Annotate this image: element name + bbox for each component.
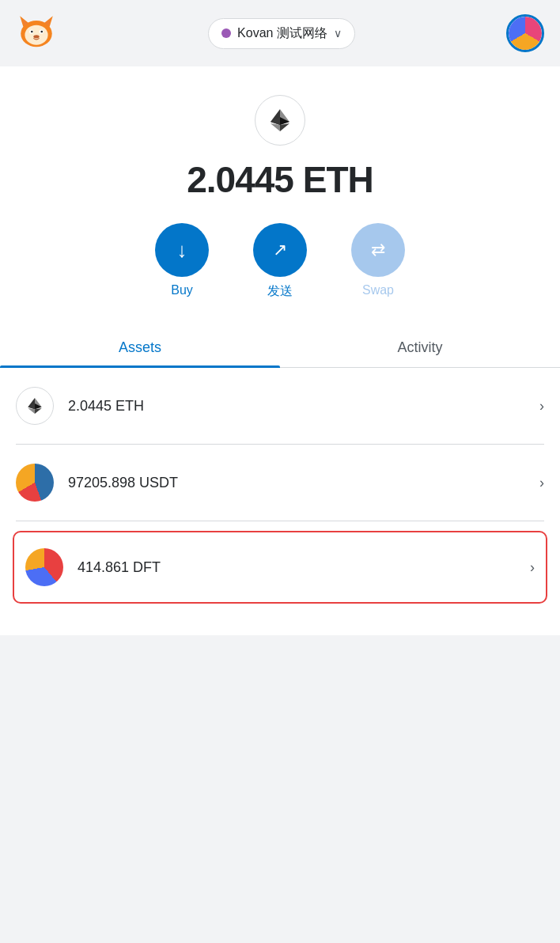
eth-asset-amount: 2.0445 ETH (68, 398, 539, 415)
network-name: Kovan 测试网络 (237, 25, 327, 42)
metamask-logo[interactable] (16, 11, 57, 55)
tabs: Assets Activity (0, 328, 560, 368)
eth-chevron-icon: › (539, 398, 544, 415)
eth-token-icon (255, 95, 305, 146)
swap-action[interactable]: ⇄ Swap (351, 223, 405, 300)
balance-amount: 2.0445 ETH (187, 159, 373, 200)
buy-action[interactable]: ↓ Buy (155, 223, 209, 300)
eth-icon-wrap (0, 66, 560, 146)
send-label: 发送 (267, 283, 293, 300)
svg-marker-13 (280, 123, 289, 131)
swap-label: Swap (362, 283, 394, 297)
action-buttons: ↓ Buy ↗ 发送 ⇄ Swap (0, 223, 560, 328)
asset-item-usdt[interactable]: 97205.898 USDT › (16, 445, 544, 521)
asset-item-eth[interactable]: 2.0445 ETH › (16, 368, 544, 445)
account-avatar[interactable] (506, 14, 544, 52)
svg-point-8 (31, 31, 33, 33)
main-content: 2.0445 ETH ↓ Buy ↗ 发送 ⇄ Swap Assets Acti… (0, 66, 560, 635)
asset-item-dft[interactable]: 414.861 DFT › (13, 531, 547, 604)
swap-icon: ⇄ (371, 240, 385, 260)
eth-asset-icon (16, 387, 54, 425)
svg-marker-19 (35, 408, 42, 414)
balance-section: 2.0445 ETH (0, 146, 560, 223)
send-button[interactable]: ↗ (253, 223, 307, 277)
svg-marker-20 (28, 408, 35, 414)
usdt-chevron-icon: › (539, 475, 544, 491)
buy-label: Buy (171, 283, 193, 297)
usdt-asset-icon (16, 464, 54, 502)
buy-icon: ↓ (177, 238, 187, 263)
usdt-asset-amount: 97205.898 USDT (68, 475, 539, 491)
svg-point-10 (33, 35, 39, 38)
buy-button[interactable]: ↓ (155, 223, 209, 277)
svg-point-9 (40, 31, 43, 33)
send-action[interactable]: ↗ 发送 (253, 223, 307, 300)
header: Kovan 测试网络 ∨ (0, 0, 560, 66)
dft-asset-icon (25, 548, 63, 586)
swap-button[interactable]: ⇄ (351, 223, 405, 277)
tab-assets[interactable]: Assets (0, 328, 280, 367)
avatar-graphic (509, 17, 542, 50)
tab-activity[interactable]: Activity (280, 328, 560, 367)
network-dot (221, 28, 231, 38)
svg-marker-14 (271, 123, 280, 131)
asset-list: 2.0445 ETH › 97205.898 USDT › 414.861 DF… (0, 368, 560, 604)
dft-chevron-icon: › (530, 559, 535, 576)
network-selector[interactable]: Kovan 测试网络 ∨ (208, 18, 355, 49)
send-icon: ↗ (273, 240, 287, 260)
dft-asset-amount: 414.861 DFT (78, 559, 530, 576)
chevron-down-icon: ∨ (334, 27, 342, 40)
